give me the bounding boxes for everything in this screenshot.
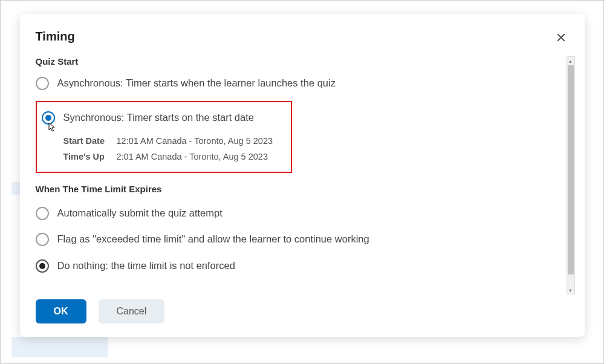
when-expires-heading: When The Time Limit Expires <box>36 184 560 194</box>
radio-row-sync[interactable]: Synchronous: Timer starts on the start d… <box>42 107 286 128</box>
radio-row-autosubmit[interactable]: Automatically submit the quiz attempt <box>36 200 560 226</box>
radio-sync[interactable] <box>42 111 55 125</box>
radio-async[interactable] <box>36 77 49 90</box>
times-up-value: 2:01 AM Canada - Toronto, Aug 5 2023 <box>117 149 268 164</box>
sync-details: Start Date 12:01 AM Canada - Toronto, Au… <box>63 133 286 164</box>
radio-row-donothing[interactable]: Do nothing: the time limit is not enforc… <box>36 253 560 279</box>
radio-donothing[interactable] <box>36 259 49 273</box>
scrollbar-thumb[interactable] <box>568 65 574 275</box>
times-up-label: Time's Up <box>63 149 108 164</box>
radio-autosubmit[interactable] <box>36 207 49 220</box>
start-date-value: 12:01 AM Canada - Toronto, Aug 5 2023 <box>117 133 273 149</box>
ok-button[interactable]: OK <box>36 299 86 323</box>
radio-flag-label: Flag as "exceeded time limit" and allow … <box>57 232 369 246</box>
modal-title: Timing <box>36 30 75 44</box>
scrollbar[interactable]: ▴ ▾ <box>567 56 575 294</box>
start-date-label: Start Date <box>63 133 108 149</box>
highlight-annotation: Synchronous: Timer starts on the start d… <box>36 101 292 173</box>
radio-row-async[interactable]: Asynchronous: Timer starts when the lear… <box>36 73 560 94</box>
radio-autosubmit-label: Automatically submit the quiz attempt <box>57 206 222 220</box>
scroll-down-arrow-icon[interactable]: ▾ <box>567 286 574 294</box>
radio-async-label: Asynchronous: Timer starts when the lear… <box>57 76 336 90</box>
modal-overlay: Timing Quiz Start Asynchronous: Timer st… <box>1 1 603 363</box>
modal-body: Quiz Start Asynchronous: Timer starts wh… <box>36 56 569 279</box>
modal-footer: OK Cancel <box>36 299 569 323</box>
quiz-start-heading: Quiz Start <box>36 56 560 67</box>
scroll-up-arrow-icon[interactable]: ▴ <box>567 57 574 65</box>
cancel-button[interactable]: Cancel <box>99 299 165 323</box>
radio-sync-label: Synchronous: Timer starts on the start d… <box>63 111 254 125</box>
close-button[interactable] <box>553 30 569 45</box>
radio-flag[interactable] <box>36 233 49 246</box>
radio-donothing-label: Do nothing: the time limit is not enforc… <box>57 259 235 273</box>
radio-row-flag[interactable]: Flag as "exceeded time limit" and allow … <box>36 226 560 252</box>
timing-modal: Timing Quiz Start Asynchronous: Timer st… <box>20 14 585 337</box>
close-icon <box>556 32 567 43</box>
